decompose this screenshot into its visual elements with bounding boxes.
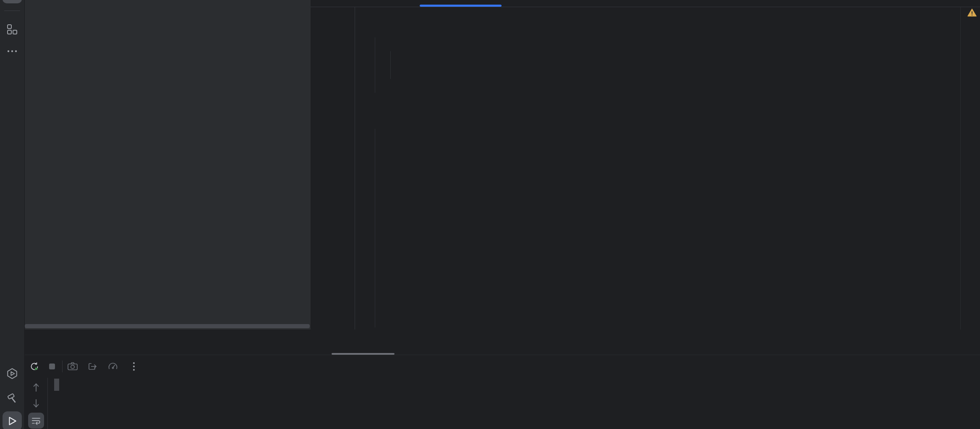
camera-icon[interactable]: [65, 359, 80, 374]
tool-window-stripe: [0, 0, 25, 429]
stripe-divider: [4, 10, 20, 11]
run-toolbar: [25, 355, 980, 378]
intellij-idea-window: { "colors":{"accent_blue":"#3574F0","edi…: [0, 0, 980, 429]
run-tool-window: [25, 330, 980, 429]
console-output[interactable]: [25, 378, 980, 429]
run-icon: [9, 417, 16, 424]
export-icon[interactable]: [86, 359, 100, 374]
indent-guide: [390, 51, 391, 79]
stop-icon[interactable]: [45, 359, 59, 374]
project-horizontal-scrollbar[interactable]: [25, 324, 310, 328]
more-tool-windows-icon[interactable]: [3, 42, 22, 60]
toolbar-separator: [62, 361, 63, 372]
modules-icon[interactable]: [3, 20, 22, 39]
project-tool-window-button[interactable]: [3, 0, 22, 3]
run-tool-window-button[interactable]: [3, 411, 22, 429]
gauge-icon[interactable]: [106, 359, 120, 374]
console-command-line[interactable]: [54, 379, 59, 391]
inspections-widget[interactable]: [967, 8, 979, 17]
build-icon[interactable]: [3, 390, 22, 408]
code-editor[interactable]: [311, 0, 980, 330]
project-panel: [25, 0, 311, 330]
services-icon[interactable]: [3, 364, 22, 383]
indent-guide: [375, 129, 375, 327]
more-vertical-icon[interactable]: [127, 359, 141, 374]
rerun-icon[interactable]: [27, 359, 42, 374]
editor-tab-bar: [311, 0, 980, 7]
active-tab-underline: [420, 5, 502, 7]
run-tab-bar: [25, 330, 980, 355]
warning-icon: [967, 8, 977, 17]
indent-guide: [375, 37, 375, 93]
gutter-separator: [355, 7, 355, 330]
right-margin-guide: [960, 7, 961, 330]
